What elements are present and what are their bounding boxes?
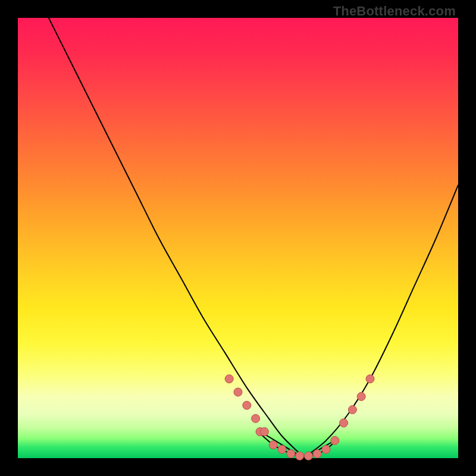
chart-svg	[18, 18, 458, 458]
bottleneck-curve	[49, 18, 458, 459]
data-marker	[296, 452, 304, 460]
data-marker	[366, 375, 374, 383]
curve-layer	[49, 18, 458, 459]
data-marker	[304, 452, 312, 460]
chart-frame: TheBottleneck.com	[0, 0, 476, 476]
watermark-text: TheBottleneck.com	[333, 4, 456, 19]
data-marker	[331, 436, 339, 444]
data-marker	[234, 388, 242, 396]
data-marker	[340, 419, 348, 427]
data-marker	[252, 414, 260, 422]
data-marker	[225, 375, 233, 383]
marker-layer	[225, 375, 374, 461]
data-marker	[287, 450, 295, 458]
data-marker	[357, 392, 365, 400]
plot-area	[18, 18, 458, 458]
data-marker	[243, 401, 251, 409]
data-marker	[260, 428, 268, 436]
data-marker	[313, 450, 321, 458]
data-marker	[269, 441, 277, 449]
data-marker	[278, 445, 286, 453]
data-marker	[322, 445, 330, 453]
data-marker	[348, 406, 356, 414]
